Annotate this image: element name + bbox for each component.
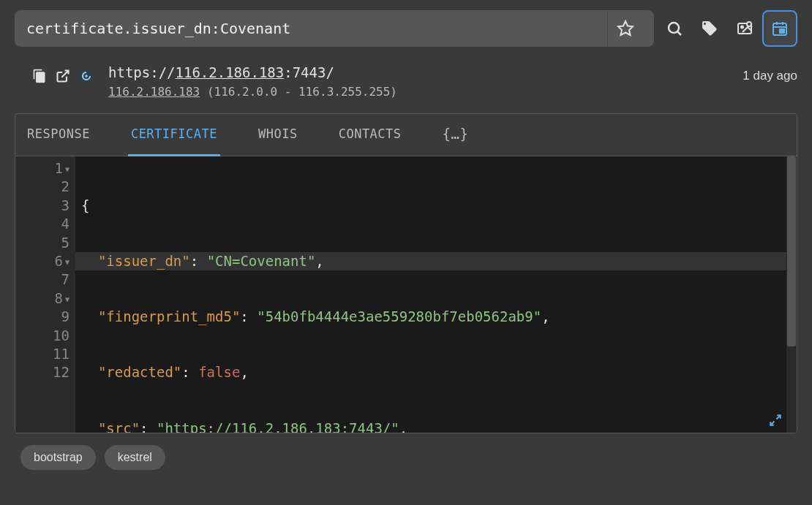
result-timestamp: 1 day ago — [743, 69, 797, 83]
svg-marker-0 — [618, 21, 633, 35]
result-header: https://116.2.186.183:7443/ 116.2.186.18… — [15, 64, 797, 99]
scrollbar-thumb[interactable] — [787, 156, 796, 346]
search-bar — [15, 10, 797, 47]
search-icon — [666, 20, 683, 37]
svg-point-4 — [741, 26, 743, 29]
image-search-button[interactable] — [727, 10, 762, 47]
vertical-scrollbar[interactable] — [786, 156, 797, 433]
svg-line-12 — [61, 71, 68, 77]
open-external-icon[interactable] — [56, 69, 70, 83]
tag-bootstrap[interactable]: bootstrap — [20, 445, 96, 470]
source-logo-icon — [79, 69, 94, 83]
tabs: RESPONSE CERTIFICATE WHOIS CONTACTS {…} — [15, 114, 797, 156]
tag-icon — [701, 20, 718, 37]
code-viewer: 1▼ 2 3 4 5 6▼ 7 8▼ 9 10 11 12 { "issuer_… — [15, 156, 797, 433]
tab-certificate[interactable]: CERTIFICATE — [128, 114, 220, 156]
ip-range: (116.2.0.0 - 116.3.255.255) — [207, 85, 397, 99]
favorite-button[interactable] — [607, 10, 642, 47]
date-filter-button[interactable] — [762, 10, 797, 47]
search-input[interactable] — [26, 20, 607, 37]
star-icon — [617, 20, 634, 37]
tags-row: bootstrap kestrel — [15, 445, 797, 470]
svg-rect-11 — [780, 29, 784, 33]
search-button[interactable] — [657, 10, 692, 47]
tag-button[interactable] — [692, 10, 727, 47]
svg-point-14 — [85, 75, 87, 77]
svg-line-2 — [677, 31, 681, 35]
svg-line-6 — [751, 26, 752, 27]
expand-icon[interactable] — [769, 414, 782, 427]
fold-toggle-icon[interactable]: ▼ — [65, 258, 69, 266]
image-search-icon — [736, 20, 753, 37]
tab-whois[interactable]: WHOIS — [255, 114, 301, 156]
code-gutter: 1▼ 2 3 4 5 6▼ 7 8▼ 9 10 11 12 — [15, 156, 75, 433]
search-input-wrap — [15, 10, 654, 47]
result-ip-line: 116.2.186.183 (116.2.0.0 - 116.3.255.255… — [108, 85, 743, 99]
tab-json[interactable]: {…} — [440, 114, 472, 156]
calendar-icon — [771, 20, 789, 37]
tag-kestrel[interactable]: kestrel — [105, 445, 165, 470]
url-scheme: https:// — [108, 64, 176, 80]
result-url[interactable]: https://116.2.186.183:7443/ — [108, 64, 743, 80]
fold-toggle-icon[interactable]: ▼ — [65, 295, 69, 303]
fold-toggle-icon[interactable]: ▼ — [65, 165, 69, 173]
tab-contacts[interactable]: CONTACTS — [336, 114, 405, 156]
url-host: 116.2.186.183 — [176, 64, 285, 80]
result-content: RESPONSE CERTIFICATE WHOIS CONTACTS {…} … — [15, 113, 797, 433]
ip-address[interactable]: 116.2.186.183 — [108, 85, 200, 99]
url-port-path: :7443/ — [284, 64, 334, 80]
tab-response[interactable]: RESPONSE — [24, 114, 93, 156]
svg-point-1 — [669, 23, 679, 33]
code-content[interactable]: { "issuer_dn": "CN=Covenant", "fingerpri… — [75, 156, 797, 433]
copy-icon[interactable] — [32, 69, 47, 83]
